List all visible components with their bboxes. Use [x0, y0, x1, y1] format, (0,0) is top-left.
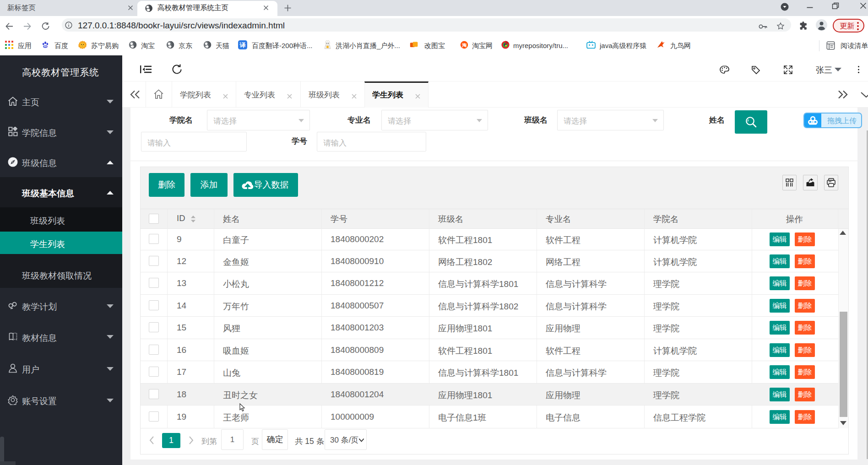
svg-text:du: du — [43, 45, 47, 48]
svg-text:译: 译 — [239, 42, 246, 49]
svg-text:淘: 淘 — [461, 43, 467, 48]
